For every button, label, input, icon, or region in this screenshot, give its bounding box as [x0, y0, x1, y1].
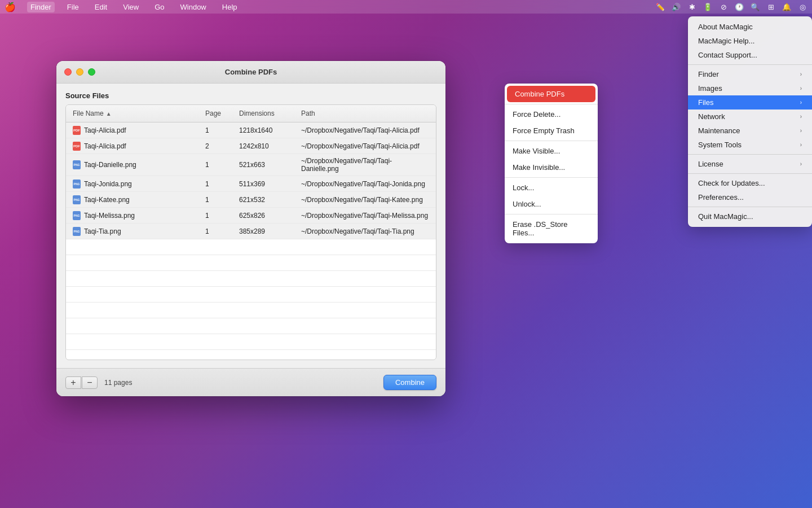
menubar-file[interactable]: File	[64, 2, 82, 12]
menubar: 🍎 Finder File Edit View Go Window Help ✏…	[0, 0, 812, 14]
header-path[interactable]: Path	[299, 107, 431, 120]
menu-item-check-updates[interactable]: Check for Updates...	[688, 176, 812, 190]
cell-page: 1	[203, 193, 237, 207]
table-row[interactable]: PDF Taqi-Alicia.pdf 1 1218x1640 ~/Dropbo…	[66, 122, 436, 138]
cell-page: 1	[203, 158, 237, 172]
cell-dimensions: 511x369	[237, 177, 299, 191]
remove-button[interactable]: −	[82, 376, 98, 389]
menu-item-contact-support[interactable]: Contact Support...	[688, 48, 812, 62]
cell-dimensions: 1218x1640	[237, 124, 299, 137]
menu-item-finder[interactable]: Finder ›	[688, 67, 812, 81]
speaker-icon[interactable]: 🔊	[671, 2, 681, 12]
sidebar-menu: Combine PDFs Force Delete... Force Empty…	[505, 84, 598, 243]
menu-item-system-tools[interactable]: System Tools ›	[688, 138, 812, 152]
menu-item-maintenance[interactable]: Maintenance ›	[688, 124, 812, 138]
cell-page: 1	[203, 209, 237, 222]
maximize-button[interactable]	[88, 68, 95, 76]
sidebar-item-unlock[interactable]: Unlock...	[505, 196, 598, 212]
menubar-help[interactable]: Help	[219, 2, 241, 12]
menubar-go[interactable]: Go	[151, 2, 167, 12]
window-title: Combine PDFs	[225, 68, 277, 76]
pdf-icon: PDF	[73, 142, 81, 151]
menubar-edit[interactable]: Edit	[91, 2, 111, 12]
menubar-finder[interactable]: Finder	[27, 2, 55, 12]
chevron-right-icon: ›	[800, 128, 802, 134]
menubar-right: ✏️ 🔊 ✱ 🔋 ⊘ 🕐 🔍 ⊞ 🔔 ◎	[655, 2, 807, 12]
menubar-window[interactable]: Window	[177, 2, 210, 12]
png-icon: PNG	[73, 195, 81, 204]
sidebar-item-lock[interactable]: Lock...	[505, 179, 598, 196]
sidebar-item-force-delete[interactable]: Force Delete...	[505, 106, 598, 122]
empty-row	[66, 350, 436, 360]
pencil-icon[interactable]: ✏️	[655, 2, 665, 12]
menu-item-preferences[interactable]: Preferences...	[688, 190, 812, 204]
minimize-button[interactable]	[76, 68, 83, 76]
table-row[interactable]: PNG Taqi-Katee.png 1 621x532 ~/Dropbox/N…	[66, 192, 436, 208]
window-bottombar: + − 11 pages Combine	[56, 368, 445, 396]
menu-item-quit[interactable]: Quit MacMagic...	[688, 209, 812, 224]
cell-path: ~/Dropbox/Negative/Taqi/Taqi-Katee.png	[299, 193, 431, 207]
airdrop-icon[interactable]: ⊘	[718, 2, 729, 12]
add-button[interactable]: +	[65, 376, 81, 389]
close-button[interactable]	[64, 68, 72, 76]
cell-filename: PNG Taqi-Katee.png	[70, 192, 203, 207]
sidebar-item-force-empty-trash[interactable]: Force Empty Trash	[505, 122, 598, 139]
menu-item-about[interactable]: About MacMagic	[688, 20, 812, 34]
sidebar-item-make-visible[interactable]: Make Visible...	[505, 143, 598, 159]
empty-row	[66, 287, 436, 303]
cell-dimensions: 621x532	[237, 193, 299, 207]
chevron-right-icon: ›	[800, 113, 802, 120]
header-page[interactable]: Page	[203, 107, 237, 120]
search-icon[interactable]: 🔍	[750, 2, 760, 12]
menu-item-images[interactable]: Images ›	[688, 81, 812, 95]
header-filename[interactable]: File Name ▲	[70, 107, 203, 120]
cell-page: 1	[203, 225, 237, 238]
menu-item-help[interactable]: MacMagic Help...	[688, 34, 812, 48]
combine-button[interactable]: Combine	[383, 375, 436, 390]
table-row[interactable]: PNG Taqi-Jonida.png 1 511x369 ~/Dropbox/…	[66, 176, 436, 192]
bluetooth-icon[interactable]: ✱	[687, 2, 697, 12]
header-dimensions[interactable]: Dimensions	[237, 107, 299, 120]
combine-pdfs-window: Combine PDFs Source Files File Name ▲ Pa…	[56, 61, 445, 396]
sidebar-item-combine-pdfs[interactable]: Combine PDFs	[507, 86, 595, 102]
menubar-left: 🍎 Finder File Edit View Go Window Help	[5, 2, 241, 12]
menu-item-network[interactable]: Network ›	[688, 110, 812, 124]
cell-dimensions: 1242x810	[237, 139, 299, 153]
add-remove-buttons: + −	[65, 376, 98, 389]
pages-count: 11 pages	[104, 379, 132, 387]
chevron-right-icon: ›	[800, 142, 802, 148]
sidebar-item-erase-ds-store[interactable]: Erase .DS_Store Files...	[505, 216, 598, 241]
menubar-view[interactable]: View	[120, 2, 142, 12]
apple-menu[interactable]: 🍎	[5, 2, 16, 12]
cell-page: 2	[203, 139, 237, 153]
sort-arrow-icon: ▲	[106, 111, 112, 117]
cell-dimensions: 385x289	[237, 225, 299, 238]
menu-item-files[interactable]: Files ›	[688, 95, 812, 110]
empty-row	[66, 303, 436, 318]
png-icon: PNG	[73, 227, 81, 236]
menu-divider	[688, 64, 812, 65]
clock-icon[interactable]: 🕐	[734, 2, 744, 12]
table-row[interactable]: PNG Taqi-Tia.png 1 385x289 ~/Dropbox/Neg…	[66, 224, 436, 239]
window-controls	[56, 68, 95, 76]
spotlight-icon[interactable]: ◎	[797, 2, 807, 12]
sidebar-divider	[505, 104, 598, 104]
macmagic-dropdown: About MacMagic MacMagic Help... Contact …	[688, 16, 812, 227]
table-header: File Name ▲ Page Dimensions Path	[66, 105, 436, 122]
png-icon: PNG	[73, 160, 81, 169]
menu-divider	[688, 173, 812, 174]
notifications-icon[interactable]: 🔔	[782, 2, 792, 12]
sidebar-item-make-invisible[interactable]: Make Invisible...	[505, 159, 598, 176]
sidebar-divider	[505, 214, 598, 214]
table-body: PDF Taqi-Alicia.pdf 1 1218x1640 ~/Dropbo…	[66, 122, 436, 360]
table-row[interactable]: PNG Taqi-Danielle.png 1 521x663 ~/Dropbo…	[66, 154, 436, 176]
controlcenter-icon[interactable]: ⊞	[766, 2, 776, 12]
window-titlebar: Combine PDFs	[56, 61, 445, 84]
menu-item-license[interactable]: License ›	[688, 157, 812, 171]
battery-icon[interactable]: 🔋	[703, 2, 713, 12]
png-icon: PNG	[73, 179, 81, 189]
empty-row	[66, 239, 436, 255]
cell-path: ~/Dropbox/Negative/Taqi/Taqi-Melissa.png	[299, 209, 431, 222]
table-row[interactable]: PNG Taqi-Melissa.png 1 625x826 ~/Dropbox…	[66, 208, 436, 224]
table-row[interactable]: PDF Taqi-Alicia.pdf 2 1242x810 ~/Dropbox…	[66, 138, 436, 154]
